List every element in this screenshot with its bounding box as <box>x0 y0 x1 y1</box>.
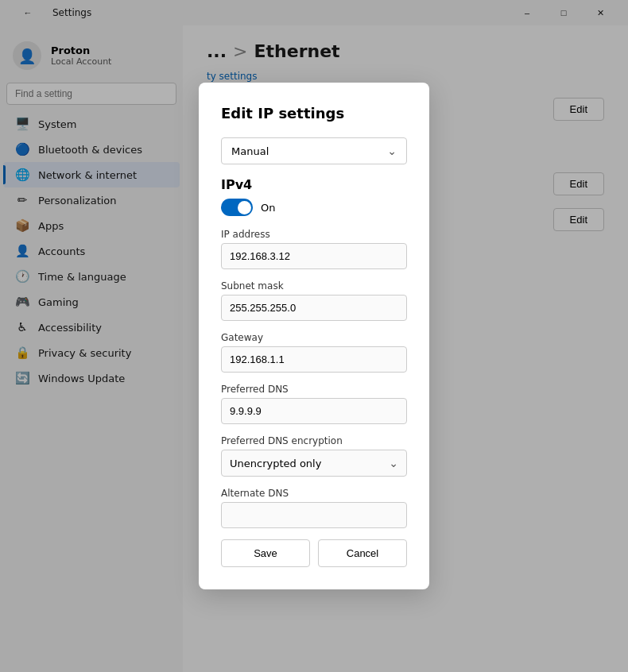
ipv4-toggle-label: On <box>261 202 275 214</box>
save-button[interactable]: Save <box>221 539 310 567</box>
preferred-dns-label: Preferred DNS <box>221 384 407 395</box>
cancel-button[interactable]: Cancel <box>318 539 407 567</box>
chevron-down-icon <box>387 145 397 157</box>
alternate-dns-input[interactable] <box>221 502 407 528</box>
dropdown-value: Manual <box>231 145 269 157</box>
ip-address-input[interactable] <box>221 243 407 269</box>
gateway-input[interactable] <box>221 346 407 373</box>
dns-encryption-value: Unencrypted only <box>230 458 321 469</box>
ipv4-section-title: IPv4 <box>221 177 407 192</box>
modal-footer: Save Cancel <box>221 539 407 567</box>
ipv4-toggle[interactable] <box>221 199 253 216</box>
ip-settings-dropdown[interactable]: Manual <box>221 137 407 164</box>
dns-encryption-label: Preferred DNS encryption <box>221 435 407 446</box>
preferred-dns-input[interactable] <box>221 398 407 424</box>
modal-overlay: Edit IP settings Manual IPv4 On IP addre… <box>0 0 628 672</box>
alternate-dns-label: Alternate DNS <box>221 488 407 499</box>
chevron-down-icon-2 <box>389 457 398 469</box>
modal: Edit IP settings Manual IPv4 On IP addre… <box>199 83 429 589</box>
subnet-input[interactable] <box>221 295 407 321</box>
dns-encryption-dropdown[interactable]: Unencrypted only <box>221 450 407 477</box>
ip-address-label: IP address <box>221 229 407 240</box>
gateway-label: Gateway <box>221 332 407 343</box>
ipv4-toggle-row: On <box>221 199 407 216</box>
modal-title: Edit IP settings <box>221 105 407 122</box>
subnet-label: Subnet mask <box>221 280 407 292</box>
